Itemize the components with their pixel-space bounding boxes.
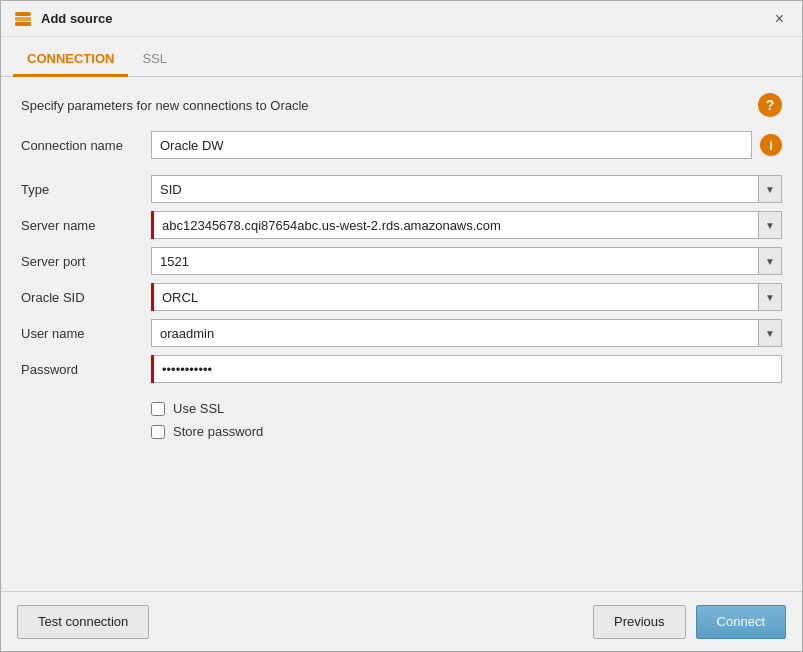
dialog: Add source × CONNECTION SSL Specify para… [0,0,803,652]
oracle-sid-dropdown-arrow: ▼ [765,292,775,303]
oracle-sid-indicator [151,283,154,311]
section-header: Specify parameters for new connections t… [21,93,782,117]
oracle-sid-control: ▼ [151,283,782,311]
server-name-control: ▼ [151,211,782,239]
password-row: Password [21,355,782,383]
oracle-sid-row: Oracle SID ▼ [21,283,782,311]
use-ssl-label: Use SSL [173,401,224,416]
type-label: Type [21,182,151,197]
connect-button[interactable]: Connect [696,605,786,639]
form-content: Specify parameters for new connections t… [1,77,802,591]
svg-rect-2 [15,22,31,26]
server-port-input[interactable] [151,247,758,275]
server-name-dropdown-arrow: ▼ [765,220,775,231]
user-name-dropdown-arrow: ▼ [765,328,775,339]
type-input[interactable] [151,175,758,203]
oracle-sid-dropdown-button[interactable]: ▼ [758,283,782,311]
server-name-row: Server name ▼ [21,211,782,239]
store-password-row: Store password [151,424,782,439]
server-name-indicator [151,211,154,239]
user-name-label: User name [21,326,151,341]
store-password-label: Store password [173,424,263,439]
svg-rect-1 [15,17,31,21]
connection-name-label: Connection name [21,138,151,153]
use-ssl-row: Use SSL [151,401,782,416]
use-ssl-checkbox[interactable] [151,402,165,416]
title-left: Add source [13,9,113,29]
type-control: ▼ [151,175,782,203]
database-icon [13,9,33,29]
password-control [151,355,782,383]
connection-name-row: Connection name i [21,131,782,159]
password-input[interactable] [151,355,782,383]
server-port-row: Server port ▼ [21,247,782,275]
store-password-checkbox[interactable] [151,425,165,439]
oracle-sid-label: Oracle SID [21,290,151,305]
connection-name-wrap: i [151,131,782,159]
server-port-label: Server port [21,254,151,269]
title-bar: Add source × [1,1,802,37]
user-name-dropdown-button[interactable]: ▼ [758,319,782,347]
test-connection-button[interactable]: Test connection [17,605,149,639]
type-row: Type ▼ [21,175,782,203]
tab-connection[interactable]: CONNECTION [13,45,128,77]
user-name-input[interactable] [151,319,758,347]
server-port-control: ▼ [151,247,782,275]
svg-rect-0 [15,12,31,16]
dialog-title: Add source [41,11,113,26]
user-name-control: ▼ [151,319,782,347]
footer: Test connection Previous Connect [1,591,802,651]
password-label: Password [21,362,151,377]
oracle-sid-input[interactable] [151,283,758,311]
connection-name-input[interactable] [151,131,752,159]
server-port-dropdown-arrow: ▼ [765,256,775,267]
server-name-label: Server name [21,218,151,233]
server-name-dropdown-button[interactable]: ▼ [758,211,782,239]
section-description: Specify parameters for new connections t… [21,98,309,113]
user-name-row: User name ▼ [21,319,782,347]
type-dropdown-button[interactable]: ▼ [758,175,782,203]
type-dropdown-arrow: ▼ [765,184,775,195]
tab-ssl[interactable]: SSL [128,45,181,77]
info-icon[interactable]: i [760,134,782,156]
server-name-input[interactable] [151,211,758,239]
previous-button[interactable]: Previous [593,605,686,639]
server-port-dropdown-button[interactable]: ▼ [758,247,782,275]
close-button[interactable]: × [769,8,790,30]
password-indicator [151,355,154,383]
tabs-bar: CONNECTION SSL [1,37,802,77]
help-icon[interactable]: ? [758,93,782,117]
